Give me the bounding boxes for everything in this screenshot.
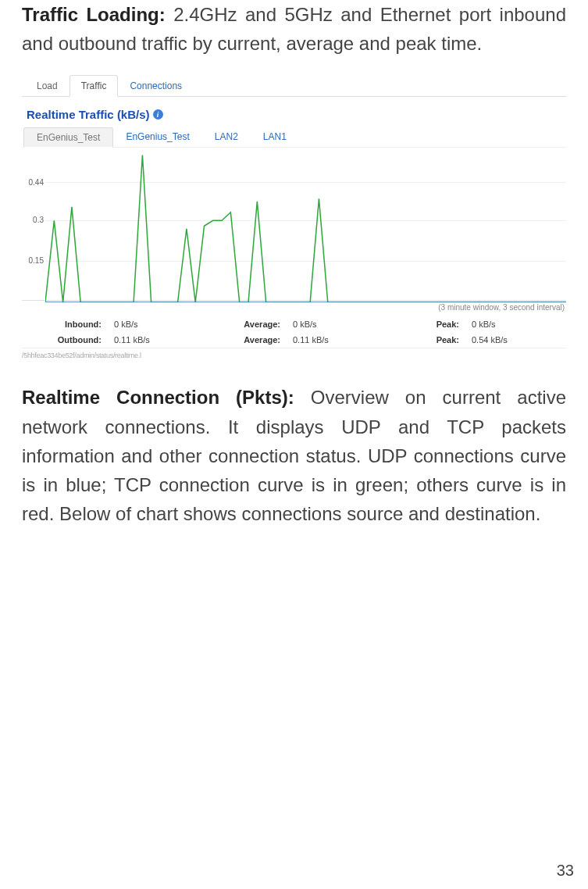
sub-tabs: EnGenius_Test EnGenius_Test LAN2 LAN1	[22, 127, 566, 148]
ytick-015: 0.15	[29, 255, 44, 264]
row1-label: Outbound:	[22, 332, 108, 348]
row1-avg-label: Average:	[208, 332, 287, 348]
subtab-2[interactable]: LAN2	[202, 127, 251, 147]
table-row: Outbound: 0.11 kB/s Average: 0.11 kB/s P…	[22, 332, 566, 348]
tab-load[interactable]: Load	[25, 75, 69, 96]
para-realtime-connection: Realtime Connection (Pkts): Overview on …	[22, 383, 566, 528]
row0-avg-label: Average:	[208, 316, 287, 332]
top-tabs: Load Traffic Connections	[22, 75, 566, 97]
info-icon[interactable]: i	[153, 109, 163, 120]
traffic-panel: Load Traffic Connections Realtime Traffi…	[22, 75, 566, 359]
para2-bold: Realtime Connection (Pkts):	[22, 387, 294, 408]
traffic-chart-svg	[45, 152, 566, 302]
row1-average: 0.11 kB/s	[287, 332, 387, 348]
footer-url-scrap: /5hhfeac334be52f/admin/status/realtime.l	[22, 348, 566, 359]
row1-peak-label: Peak:	[387, 332, 465, 348]
para1-bold: Traffic Loading:	[22, 4, 166, 25]
page-number: 33	[557, 862, 574, 880]
row0-current: 0 kB/s	[108, 316, 208, 332]
tab-traffic[interactable]: Traffic	[69, 75, 119, 97]
table-row: Inbound: 0 kB/s Average: 0 kB/s Peak: 0 …	[22, 316, 566, 332]
subtab-0[interactable]: EnGenius_Test	[23, 127, 113, 148]
row1-peak: 0.54 kB/s	[465, 332, 566, 348]
ytick-03: 0.3	[33, 216, 44, 224]
row0-peak: 0 kB/s	[465, 316, 566, 332]
section-title: Realtime Traffic (kB/s) i	[22, 97, 566, 127]
section-title-text: Realtime Traffic (kB/s)	[27, 108, 150, 121]
y-axis-ticks: 0.44 0.3 0.15	[22, 152, 45, 300]
ytick-044: 0.44	[29, 178, 44, 187]
chart-window-note: (3 minute window, 3 second interval)	[22, 301, 566, 316]
tab-connections[interactable]: Connections	[118, 75, 194, 96]
stats-table: Inbound: 0 kB/s Average: 0 kB/s Peak: 0 …	[22, 316, 566, 348]
subtab-3[interactable]: LAN1	[251, 127, 299, 147]
row0-peak-label: Peak:	[387, 316, 465, 332]
row0-label: Inbound:	[22, 316, 108, 332]
row0-average: 0 kB/s	[287, 316, 387, 332]
para-traffic-loading: Traffic Loading: 2.4GHz and 5GHz and Eth…	[22, 0, 566, 58]
chart-area: 0.44 0.3 0.15	[22, 152, 566, 301]
subtab-1[interactable]: EnGenius_Test	[113, 127, 201, 147]
row1-current: 0.11 kB/s	[108, 332, 208, 348]
